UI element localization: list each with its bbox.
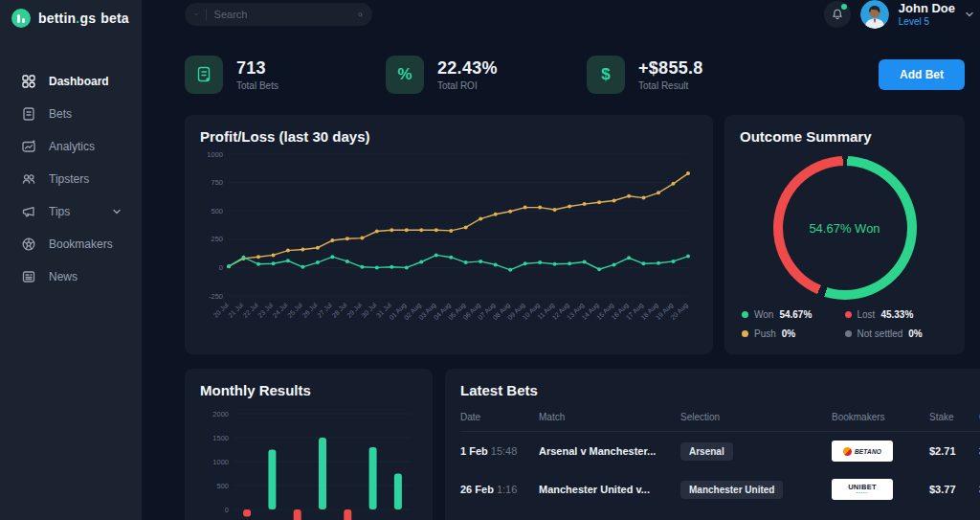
chevron-down-icon <box>109 207 124 216</box>
sidebar-item-analytics[interactable]: Analytics <box>0 130 142 163</box>
stat-value: 22.43% <box>437 58 498 79</box>
stat-value: 713 <box>236 58 278 79</box>
svg-text:500: 500 <box>216 482 229 490</box>
bet-stake: $2.71 <box>929 445 979 457</box>
notifications-button[interactable] <box>824 1 851 28</box>
percent-icon: % <box>386 56 424 94</box>
user-menu[interactable]: John Doe Level 5 <box>899 2 955 27</box>
not-settled-dot <box>845 330 852 337</box>
svg-text:27 Jul: 27 Jul <box>316 301 333 318</box>
legend-not-settled: Not settled0% <box>845 328 948 339</box>
latest-bets-table: Date Match Selection Bookmakers Stake Od… <box>460 412 980 509</box>
user-level: Level 5 <box>899 16 955 28</box>
sidebar-item-tips[interactable]: Tips <box>0 195 142 228</box>
stat-label: Total Result <box>638 80 703 91</box>
avatar-image <box>860 0 889 29</box>
sidebar-item-label: Tips <box>49 205 70 218</box>
svg-text:29 Jul: 29 Jul <box>345 301 363 318</box>
svg-text:20 Aug: 20 Aug <box>669 302 689 322</box>
svg-text:0: 0 <box>219 263 223 272</box>
tipsters-icon <box>21 171 36 187</box>
svg-text:250: 250 <box>211 235 223 243</box>
search-bar[interactable] <box>185 3 372 26</box>
add-bet-button[interactable]: Add Bet <box>879 59 965 90</box>
app-logo[interactable]: bettin.gsbeta <box>0 0 142 36</box>
topbar: John Doe Level 5 <box>142 0 980 29</box>
chevron-down-icon[interactable] <box>965 10 974 19</box>
notification-dot <box>841 4 847 10</box>
table-header: Date Match Selection Bookmakers Stake Od… <box>460 412 980 432</box>
bet-stake: $3.77 <box>929 484 979 495</box>
stat-label: Total ROI <box>437 80 498 91</box>
sidebar-nav: Dashboard Bets Analytics Tipsters Tips <box>0 65 142 293</box>
sidebar-item-label: Bookmakers <box>49 237 113 251</box>
sidebar-item-label: News <box>49 270 78 283</box>
latest-bets-title: Latest Bets <box>460 382 980 398</box>
svg-text:750: 750 <box>211 178 223 187</box>
svg-text:21 Jul: 21 Jul <box>227 301 244 318</box>
sidebar-item-bookmakers[interactable]: Bookmakers <box>0 228 142 260</box>
push-dot <box>742 330 748 337</box>
table-row[interactable]: 26 Feb 1:16 Manchester United v... Manch… <box>460 470 980 509</box>
bet-selection: Arsenal <box>680 442 832 461</box>
outcome-donut-wrap: 54.67% Won <box>740 156 949 300</box>
sidebar-item-bets[interactable]: Bets <box>0 98 142 130</box>
app-title: bettin.gsbeta <box>38 11 129 26</box>
svg-text:30 Jul: 30 Jul <box>360 301 377 318</box>
search-icon[interactable] <box>358 9 363 21</box>
svg-text:1000: 1000 <box>207 150 223 159</box>
bell-icon <box>831 8 844 21</box>
sidebar-item-label: Analytics <box>49 140 95 153</box>
svg-text:2000: 2000 <box>212 410 229 418</box>
bet-date: 1 Feb 15:48 <box>460 445 539 457</box>
bookmaker-badge-unibet: UNIBET▪▪▪▪▪ <box>832 479 929 500</box>
stat-value: +$855.8 <box>638 58 703 79</box>
sidebar-item-dashboard[interactable]: Dashboard <box>0 65 142 98</box>
bet-match: Manchester United v... <box>539 484 680 495</box>
monthly-results-title: Monthly Results <box>200 382 417 398</box>
avatar[interactable] <box>860 0 889 29</box>
legend-won: Won54.67% <box>742 309 845 320</box>
search-input[interactable] <box>214 9 350 20</box>
stat-total-roi: % 22.43% Total ROI <box>386 56 587 94</box>
profit-loss-chart: 10007505002500-25020 Jul21 Jul22 Jul23 J… <box>200 145 696 346</box>
svg-text:25 Jul: 25 Jul <box>286 301 303 318</box>
svg-text:1000: 1000 <box>212 458 229 466</box>
profit-loss-card: Profit/Loss (last 30 days) 1000750500250… <box>185 115 713 354</box>
table-row[interactable]: 1 Feb 15:48 Arsenal v Manchester... Arse… <box>460 432 980 470</box>
svg-text:0: 0 <box>225 506 229 514</box>
sidebar-item-tipsters[interactable]: Tipsters <box>0 163 142 195</box>
dashboard-icon <box>21 74 36 89</box>
latest-bets-card: Latest Bets Date Match Selection Bookmak… <box>445 369 980 520</box>
monthly-results-chart: 2000150010005000-500-1000 <box>200 408 416 520</box>
chevron-down-icon[interactable] <box>194 11 198 18</box>
user-name: John Doe <box>899 2 955 16</box>
sidebar: bettin.gsbeta Dashboard Bets Analytics T… <box>0 0 142 520</box>
charts-row: Profit/Loss (last 30 days) 1000750500250… <box>185 115 965 354</box>
bets-icon <box>21 106 36 122</box>
profit-loss-title: Profit/Loss (last 30 days) <box>200 128 698 145</box>
bet-match: Arsenal v Manchester... <box>539 445 680 457</box>
lost-dot <box>845 311 852 318</box>
svg-text:24 Jul: 24 Jul <box>271 301 288 318</box>
donut-hole: 54.67% Won <box>783 166 907 290</box>
betano-logo-icon <box>843 447 852 456</box>
analytics-icon <box>21 139 36 154</box>
monthly-results-card: Monthly Results 2000150010005000-500-100… <box>185 369 433 520</box>
tips-icon <box>21 204 36 219</box>
bookmaker-badge-betano: BETANO <box>832 441 929 462</box>
won-dot <box>742 311 748 318</box>
dollar-icon: $ <box>587 56 625 94</box>
outcome-summary-card: Outcome Summary 54.67% Won Won54.67% Los… <box>724 115 965 354</box>
sidebar-item-label: Dashboard <box>49 75 109 88</box>
bet-slip-icon <box>185 56 223 94</box>
stat-total-result: $ +$855.8 Total Result <box>587 56 788 94</box>
bottom-row: Monthly Results 2000150010005000-500-100… <box>185 369 965 520</box>
svg-text:22 Jul: 22 Jul <box>242 301 259 318</box>
sidebar-item-label: Tipsters <box>49 172 89 186</box>
sidebar-item-news[interactable]: News <box>0 260 142 293</box>
legend-lost: Lost45.33% <box>845 309 948 320</box>
stats-row: 713 Total Bets % 22.43% Total ROI $ +$85… <box>185 45 965 104</box>
topbar-right: John Doe Level 5 <box>824 0 980 29</box>
svg-text:26 Jul: 26 Jul <box>301 301 318 318</box>
